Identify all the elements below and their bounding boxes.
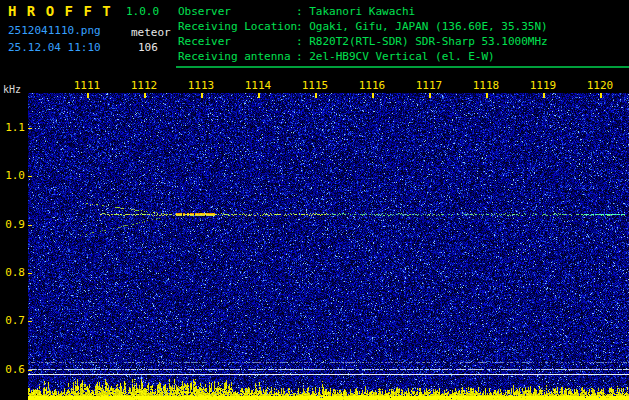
info-label: Receiving antenna — [178, 49, 296, 64]
info-value: : Ogaki, Gifu, JAPAN (136.60E, 35.35N) — [296, 20, 548, 33]
x-axis-label: 1120 — [583, 79, 617, 92]
datetime-label: 25.12.04 11:10 — [8, 41, 101, 54]
x-axis-label: 1114 — [241, 79, 275, 92]
info-label: Observer — [178, 4, 296, 19]
info-label: Receiver — [178, 34, 296, 49]
y-axis-label: 0.9 — [2, 218, 25, 231]
app-title: H R O F F T — [8, 3, 112, 19]
hrofft-window: H R O F F T 1.0.0 2512041110.png meteor … — [0, 0, 629, 400]
y-axis-label: 0.7 — [2, 314, 25, 327]
y-axis-label: 1.1 — [2, 121, 25, 134]
x-axis-label: 1116 — [355, 79, 389, 92]
info-row: Observer: Takanori Kawachi — [178, 4, 548, 19]
spectrogram-canvas — [28, 93, 629, 400]
info-value: : R820T2(RTL-SDR) SDR-Sharp 53.1000MHz — [296, 35, 548, 48]
station-info: Observer: Takanori KawachiReceiving Loca… — [178, 4, 548, 64]
x-axis-label: 1113 — [184, 79, 218, 92]
x-axis-label: 1117 — [412, 79, 446, 92]
info-row: Receiver: R820T2(RTL-SDR) SDR-Sharp 53.1… — [178, 34, 548, 49]
x-axis-label: 1119 — [526, 79, 560, 92]
info-label: Receiving Location — [178, 19, 296, 34]
info-value: : Takanori Kawachi — [296, 5, 415, 18]
mode-label: meteor — [131, 26, 171, 39]
y-axis-label: 0.8 — [2, 266, 25, 279]
y-axis-unit: kHz — [3, 84, 21, 95]
app-version: 1.0.0 — [126, 5, 159, 18]
x-axis-label: 1112 — [127, 79, 161, 92]
info-value: : 2el-HB9CV Vertical (el. E-W) — [296, 50, 495, 63]
info-row: Receiving Location: Ogaki, Gifu, JAPAN (… — [178, 19, 548, 34]
y-axis-label: 1.0 — [2, 169, 25, 182]
info-row: Receiving antenna: 2el-HB9CV Vertical (e… — [178, 49, 548, 64]
x-axis-label: 1118 — [469, 79, 503, 92]
x-axis-label: 1115 — [298, 79, 332, 92]
x-axis-label: 1111 — [70, 79, 104, 92]
header-underline — [176, 66, 629, 68]
output-filename: 2512041110.png — [8, 24, 101, 37]
echo-count: 106 — [138, 41, 158, 54]
y-axis-label: 0.6 — [2, 363, 25, 376]
